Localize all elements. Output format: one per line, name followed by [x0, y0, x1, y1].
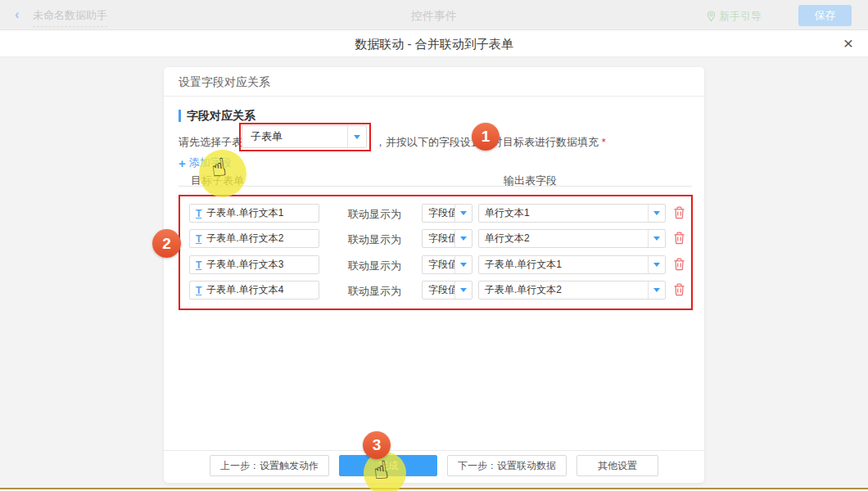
required-asterisk: * — [602, 136, 606, 148]
chevron-down-icon[interactable] — [648, 282, 665, 299]
mapping-rows: T 子表单.单行文本1 联动显示为 字段值 单行文本1 — [179, 196, 692, 309]
subform-select[interactable]: 子表单 — [242, 125, 367, 148]
target-field-input[interactable]: T 子表单.单行文本2 — [189, 229, 319, 248]
chevron-down-icon[interactable] — [648, 256, 665, 273]
output-field-select[interactable]: 单行文本1 — [478, 204, 666, 223]
add-field-label: 添加字段 — [189, 155, 232, 170]
footer-buttons: 上一步：设置触发动作 完成 下一步：设置联动数据 其他设置 — [164, 455, 704, 476]
text-field-icon: T — [196, 234, 201, 244]
output-select-value: 子表单.单行文本1 — [479, 256, 648, 273]
delete-row-icon[interactable] — [673, 206, 686, 220]
output-select-value: 单行文本1 — [479, 205, 648, 222]
text-field-icon: T — [196, 209, 201, 218]
header-divider — [179, 186, 692, 187]
other-settings-button[interactable]: 其他设置 — [576, 455, 658, 476]
link-display-label: 联动显示为 — [348, 259, 401, 273]
footer-divider — [164, 450, 704, 451]
next-step-button[interactable]: 下一步：设置联动数据 — [447, 455, 567, 476]
chevron-down-icon[interactable] — [454, 230, 472, 247]
mode-select[interactable]: 字段值 — [422, 281, 472, 300]
location-pin-icon — [707, 11, 716, 22]
delete-row-icon[interactable] — [673, 232, 686, 246]
section-title: 字段对应关系 — [179, 110, 255, 122]
target-field-input[interactable]: T 子表单.单行文本1 — [189, 204, 319, 223]
chevron-down-icon[interactable] — [347, 126, 366, 147]
top-app-bar: ‹ 未命名数据助手 控件事件 新手引导 保存 — [0, 0, 868, 30]
chevron-down-icon[interactable] — [648, 205, 665, 222]
mode-select-value: 字段值 — [423, 230, 454, 247]
delete-row-icon[interactable] — [673, 258, 686, 272]
modal-title: 数据联动 - 合并联动到子表单 — [0, 37, 868, 52]
mode-select-value: 字段值 — [423, 205, 454, 222]
subform-select-value: 子表单 — [242, 126, 347, 147]
beginner-guide-link[interactable]: 新手引导 — [707, 9, 762, 24]
mode-select[interactable]: 字段值 — [422, 204, 472, 223]
mapping-row-2: T 子表单.单行文本2 联动显示为 字段值 单行文本2 — [179, 229, 692, 248]
mode-select-value: 字段值 — [423, 256, 454, 273]
chevron-down-icon[interactable] — [454, 282, 472, 299]
target-field-value: 子表单.单行文本2 — [206, 232, 283, 246]
text-field-icon: T — [196, 260, 201, 270]
plus-icon: + — [179, 156, 186, 170]
mode-select[interactable]: 字段值 — [422, 229, 472, 248]
output-select-value: 子表单.单行文本2 — [479, 282, 648, 299]
annotation-badge-3: 3 — [363, 431, 391, 459]
link-display-label: 联动显示为 — [348, 207, 401, 222]
save-button[interactable]: 保存 — [798, 5, 852, 26]
delete-row-icon[interactable] — [673, 283, 686, 297]
close-icon[interactable]: × — [843, 34, 853, 52]
field-mapping-card: 设置字段对应关系 字段对应关系 请先选择子表单 子表单 ，并按以下的字段设置，对… — [164, 67, 704, 483]
chevron-down-icon[interactable] — [648, 230, 665, 247]
annotation-badge-2: 2 — [152, 229, 181, 258]
annotation-badge-1: 1 — [472, 123, 500, 151]
output-field-select[interactable]: 子表单.单行文本1 — [478, 255, 666, 274]
mapping-row-3: T 子表单.单行文本3 联动显示为 字段值 子表单.单行文本1 — [179, 255, 692, 274]
link-display-label: 联动显示为 — [348, 232, 401, 247]
modal-body: 设置字段对应关系 字段对应关系 请先选择子表单 子表单 ，并按以下的字段设置，对… — [0, 57, 868, 488]
target-field-input[interactable]: T 子表单.单行文本3 — [189, 255, 319, 274]
mode-select-value: 字段值 — [423, 282, 454, 299]
mapping-row-1: T 子表单.单行文本1 联动显示为 字段值 单行文本1 — [179, 204, 692, 223]
modal-titlebar: 数据联动 - 合并联动到子表单 × — [0, 30, 868, 57]
output-field-select[interactable]: 子表单.单行文本2 — [478, 281, 666, 300]
output-field-select[interactable]: 单行文本2 — [478, 229, 666, 248]
target-field-value: 子表单.单行文本3 — [206, 258, 283, 272]
done-button[interactable]: 完成 — [339, 455, 437, 476]
target-field-input[interactable]: T 子表单.单行文本4 — [189, 281, 319, 300]
add-field-link[interactable]: + 添加字段 — [179, 155, 232, 170]
target-field-value: 子表单.单行文本1 — [206, 206, 283, 220]
output-select-value: 单行文本2 — [479, 230, 648, 247]
guide-label: 新手引导 — [719, 9, 762, 24]
mapping-row-4: T 子表单.单行文本4 联动显示为 字段值 子表单.单行文本2 — [179, 281, 692, 300]
card-header: 设置字段对应关系 — [164, 67, 704, 97]
chevron-down-icon[interactable] — [454, 205, 472, 222]
prev-step-button[interactable]: 上一步：设置触发动作 — [210, 455, 329, 476]
link-display-label: 联动显示为 — [348, 284, 401, 299]
mode-select[interactable]: 字段值 — [422, 255, 472, 274]
chevron-down-icon[interactable] — [454, 256, 472, 273]
text-field-icon: T — [196, 286, 201, 295]
target-field-value: 子表单.单行文本4 — [206, 283, 283, 297]
